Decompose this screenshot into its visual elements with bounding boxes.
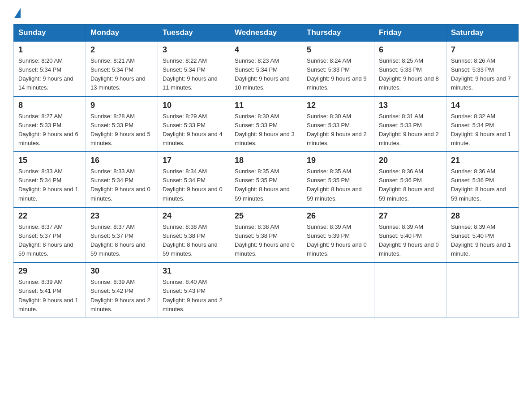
calendar-cell: 20 Sunrise: 8:36 AM Sunset: 5:36 PM Dayl… bbox=[374, 152, 446, 207]
calendar-cell: 29 Sunrise: 8:39 AM Sunset: 5:41 PM Dayl… bbox=[14, 262, 86, 317]
calendar-cell: 6 Sunrise: 8:25 AM Sunset: 5:33 PM Dayli… bbox=[374, 41, 446, 97]
weekday-header-saturday: Saturday bbox=[446, 25, 519, 42]
day-number: 25 bbox=[235, 211, 297, 221]
day-number: 11 bbox=[235, 101, 297, 110]
day-info: Sunrise: 8:37 AM Sunset: 5:37 PM Dayligh… bbox=[90, 223, 153, 259]
calendar-cell: 14 Sunrise: 8:32 AM Sunset: 5:34 PM Dayl… bbox=[446, 97, 519, 152]
weekday-header-thursday: Thursday bbox=[302, 25, 374, 42]
day-info: Sunrise: 8:39 AM Sunset: 5:41 PM Dayligh… bbox=[18, 278, 81, 314]
calendar-cell: 17 Sunrise: 8:34 AM Sunset: 5:34 PM Dayl… bbox=[158, 152, 230, 207]
day-info: Sunrise: 8:36 AM Sunset: 5:36 PM Dayligh… bbox=[451, 167, 514, 203]
day-number: 23 bbox=[90, 211, 153, 221]
day-info: Sunrise: 8:35 AM Sunset: 5:35 PM Dayligh… bbox=[307, 167, 369, 203]
day-number: 1 bbox=[18, 45, 81, 55]
calendar-cell: 1 Sunrise: 8:20 AM Sunset: 5:34 PM Dayli… bbox=[14, 41, 86, 97]
day-number: 15 bbox=[18, 156, 81, 165]
calendar-cell: 2 Sunrise: 8:21 AM Sunset: 5:34 PM Dayli… bbox=[86, 41, 158, 97]
calendar-cell: 7 Sunrise: 8:26 AM Sunset: 5:33 PM Dayli… bbox=[446, 41, 519, 97]
calendar-cell bbox=[302, 262, 374, 317]
calendar-cell: 9 Sunrise: 8:28 AM Sunset: 5:33 PM Dayli… bbox=[86, 97, 158, 152]
day-info: Sunrise: 8:38 AM Sunset: 5:38 PM Dayligh… bbox=[163, 223, 225, 259]
calendar-week-3: 15 Sunrise: 8:33 AM Sunset: 5:34 PM Dayl… bbox=[14, 152, 519, 207]
calendar-cell bbox=[374, 262, 446, 317]
day-number: 17 bbox=[163, 156, 225, 165]
calendar-cell: 3 Sunrise: 8:22 AM Sunset: 5:34 PM Dayli… bbox=[158, 41, 230, 97]
weekday-header-friday: Friday bbox=[374, 25, 446, 42]
calendar-cell: 22 Sunrise: 8:37 AM Sunset: 5:37 PM Dayl… bbox=[14, 207, 86, 263]
day-number: 3 bbox=[163, 45, 225, 55]
day-info: Sunrise: 8:37 AM Sunset: 5:37 PM Dayligh… bbox=[18, 223, 81, 259]
page-header bbox=[13, 9, 519, 17]
day-number: 16 bbox=[90, 156, 153, 165]
day-number: 27 bbox=[379, 211, 442, 221]
logo-triangle-icon bbox=[14, 8, 21, 18]
day-number: 22 bbox=[18, 211, 81, 221]
day-number: 29 bbox=[18, 266, 81, 276]
day-number: 21 bbox=[451, 156, 514, 165]
day-info: Sunrise: 8:40 AM Sunset: 5:43 PM Dayligh… bbox=[163, 278, 225, 314]
day-number: 31 bbox=[163, 266, 225, 276]
day-number: 26 bbox=[307, 211, 369, 221]
calendar-cell: 8 Sunrise: 8:27 AM Sunset: 5:33 PM Dayli… bbox=[14, 97, 86, 152]
calendar-cell: 10 Sunrise: 8:29 AM Sunset: 5:33 PM Dayl… bbox=[158, 97, 230, 152]
weekday-header-monday: Monday bbox=[86, 25, 158, 42]
day-number: 18 bbox=[235, 156, 297, 165]
day-number: 10 bbox=[163, 101, 225, 110]
day-info: Sunrise: 8:34 AM Sunset: 5:34 PM Dayligh… bbox=[163, 167, 225, 203]
calendar-cell: 26 Sunrise: 8:39 AM Sunset: 5:39 PM Dayl… bbox=[302, 207, 374, 263]
day-info: Sunrise: 8:36 AM Sunset: 5:36 PM Dayligh… bbox=[379, 167, 442, 203]
calendar-cell: 21 Sunrise: 8:36 AM Sunset: 5:36 PM Dayl… bbox=[446, 152, 519, 207]
calendar-cell: 13 Sunrise: 8:31 AM Sunset: 5:33 PM Dayl… bbox=[374, 97, 446, 152]
calendar-cell bbox=[230, 262, 302, 317]
day-info: Sunrise: 8:39 AM Sunset: 5:40 PM Dayligh… bbox=[451, 223, 514, 259]
day-number: 13 bbox=[379, 101, 442, 110]
calendar-cell: 19 Sunrise: 8:35 AM Sunset: 5:35 PM Dayl… bbox=[302, 152, 374, 207]
calendar-cell: 11 Sunrise: 8:30 AM Sunset: 5:33 PM Dayl… bbox=[230, 97, 302, 152]
calendar-cell: 27 Sunrise: 8:39 AM Sunset: 5:40 PM Dayl… bbox=[374, 207, 446, 263]
day-number: 6 bbox=[379, 45, 442, 55]
day-info: Sunrise: 8:32 AM Sunset: 5:34 PM Dayligh… bbox=[451, 112, 514, 148]
day-info: Sunrise: 8:39 AM Sunset: 5:42 PM Dayligh… bbox=[90, 278, 153, 314]
weekday-header-sunday: Sunday bbox=[14, 25, 86, 42]
day-number: 20 bbox=[379, 156, 442, 165]
day-number: 4 bbox=[235, 45, 297, 55]
day-number: 7 bbox=[451, 45, 514, 55]
day-info: Sunrise: 8:27 AM Sunset: 5:33 PM Dayligh… bbox=[18, 112, 81, 148]
calendar-header-row: SundayMondayTuesdayWednesdayThursdayFrid… bbox=[14, 25, 519, 42]
day-number: 19 bbox=[307, 156, 369, 165]
day-info: Sunrise: 8:31 AM Sunset: 5:33 PM Dayligh… bbox=[379, 112, 442, 148]
calendar-cell: 25 Sunrise: 8:38 AM Sunset: 5:38 PM Dayl… bbox=[230, 207, 302, 263]
day-info: Sunrise: 8:23 AM Sunset: 5:34 PM Dayligh… bbox=[235, 56, 297, 93]
calendar-cell bbox=[446, 262, 519, 317]
day-info: Sunrise: 8:35 AM Sunset: 5:35 PM Dayligh… bbox=[235, 167, 297, 203]
calendar-cell: 15 Sunrise: 8:33 AM Sunset: 5:34 PM Dayl… bbox=[14, 152, 86, 207]
calendar-cell: 24 Sunrise: 8:38 AM Sunset: 5:38 PM Dayl… bbox=[158, 207, 230, 263]
calendar-cell: 23 Sunrise: 8:37 AM Sunset: 5:37 PM Dayl… bbox=[86, 207, 158, 263]
calendar-cell: 5 Sunrise: 8:24 AM Sunset: 5:33 PM Dayli… bbox=[302, 41, 374, 97]
day-info: Sunrise: 8:21 AM Sunset: 5:34 PM Dayligh… bbox=[90, 56, 153, 93]
calendar-table: SundayMondayTuesdayWednesdayThursdayFrid… bbox=[13, 24, 519, 318]
calendar-cell: 18 Sunrise: 8:35 AM Sunset: 5:35 PM Dayl… bbox=[230, 152, 302, 207]
calendar-week-2: 8 Sunrise: 8:27 AM Sunset: 5:33 PM Dayli… bbox=[14, 97, 519, 152]
day-info: Sunrise: 8:38 AM Sunset: 5:38 PM Dayligh… bbox=[235, 223, 297, 259]
day-info: Sunrise: 8:33 AM Sunset: 5:34 PM Dayligh… bbox=[18, 167, 81, 203]
day-info: Sunrise: 8:39 AM Sunset: 5:40 PM Dayligh… bbox=[379, 223, 442, 259]
day-info: Sunrise: 8:25 AM Sunset: 5:33 PM Dayligh… bbox=[379, 56, 442, 93]
day-number: 9 bbox=[90, 101, 153, 110]
day-number: 8 bbox=[18, 101, 81, 110]
day-number: 24 bbox=[163, 211, 225, 221]
day-info: Sunrise: 8:30 AM Sunset: 5:33 PM Dayligh… bbox=[235, 112, 297, 148]
day-info: Sunrise: 8:24 AM Sunset: 5:33 PM Dayligh… bbox=[307, 56, 369, 93]
calendar-cell: 31 Sunrise: 8:40 AM Sunset: 5:43 PM Dayl… bbox=[158, 262, 230, 317]
calendar-cell: 30 Sunrise: 8:39 AM Sunset: 5:42 PM Dayl… bbox=[86, 262, 158, 317]
day-info: Sunrise: 8:26 AM Sunset: 5:33 PM Dayligh… bbox=[451, 56, 514, 93]
day-info: Sunrise: 8:39 AM Sunset: 5:39 PM Dayligh… bbox=[307, 223, 369, 259]
day-info: Sunrise: 8:28 AM Sunset: 5:33 PM Dayligh… bbox=[90, 112, 153, 148]
day-info: Sunrise: 8:30 AM Sunset: 5:33 PM Dayligh… bbox=[307, 112, 369, 148]
calendar-cell: 16 Sunrise: 8:33 AM Sunset: 5:34 PM Dayl… bbox=[86, 152, 158, 207]
day-number: 30 bbox=[90, 266, 153, 276]
calendar-week-1: 1 Sunrise: 8:20 AM Sunset: 5:34 PM Dayli… bbox=[14, 41, 519, 97]
logo bbox=[13, 9, 21, 17]
weekday-header-wednesday: Wednesday bbox=[230, 25, 302, 42]
day-info: Sunrise: 8:33 AM Sunset: 5:34 PM Dayligh… bbox=[90, 167, 153, 203]
